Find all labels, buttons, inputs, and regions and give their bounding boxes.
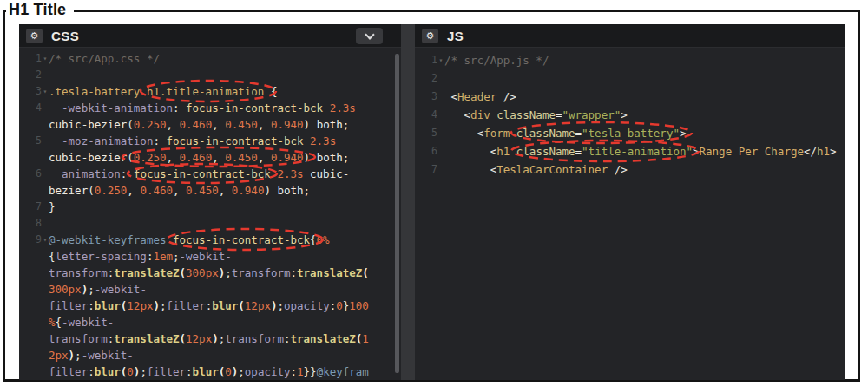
code-row[interactable]: 5 <form className="tesla-battery"> (415, 124, 845, 142)
code-token: cubic-bezier( (49, 118, 134, 131)
code-token: } (49, 200, 56, 213)
code-row[interactable]: 6 animation: focus-in-contract-bck 2.3s … (19, 166, 401, 182)
line-number: 4 (415, 106, 437, 124)
line-number: 4 (19, 100, 42, 116)
code-token: 0.450 (186, 184, 219, 197)
code-row[interactable]: cubic-bezier(0.250, 0.460, 0.450, 0.940)… (19, 116, 401, 133)
code-row[interactable]: 3 <Header /> (415, 88, 845, 106)
fold-arrow-icon[interactable]: ▾ (42, 232, 49, 248)
code-token: /* src/App.js */ (444, 54, 549, 67)
code-token: 0.450 (225, 118, 258, 131)
line-number (19, 347, 42, 363)
line-number: 2 (415, 69, 437, 88)
code-token: , (127, 184, 140, 197)
code-row[interactable]: 2px);-webkit- (19, 347, 401, 363)
fold-arrow-icon[interactable]: ▾ (42, 50, 49, 67)
code-token: 2.3s (323, 101, 356, 114)
fold-arrow-icon[interactable]: ▾ (42, 83, 49, 100)
code-token: bezier( (49, 184, 95, 197)
fold-spacer (42, 133, 49, 149)
code-row[interactable]: 300px);-webkit- (19, 281, 401, 298)
fold-spacer (42, 248, 49, 265)
code-token: : (291, 365, 298, 378)
line-number: 6 (19, 166, 42, 182)
code-token: opacity (245, 365, 291, 378)
code-token: Header (457, 90, 496, 103)
code-line: <form className="tesla-battery"> (444, 124, 686, 142)
code-line: filter:blur(0);filter:blur(0);opacity:1}… (49, 363, 369, 380)
code-row[interactable]: 8 (19, 215, 401, 232)
code-token: , (219, 184, 232, 197)
code-row[interactable]: 7} (19, 199, 401, 215)
fold-spacer (42, 116, 49, 133)
code-token: , (258, 118, 271, 131)
fold-spacer (42, 298, 49, 314)
code-token: "tesla-battery" (582, 127, 680, 140)
gear-icon[interactable]: ⚙ (422, 29, 438, 43)
code-token: ; (173, 250, 180, 263)
code-row[interactable]: 4 -webkit-animation: focus-in-contract-b… (19, 100, 401, 116)
code-row[interactable]: transform:translateZ(12px);transform:tra… (19, 330, 401, 347)
code-token: ; (225, 266, 232, 279)
code-token: 12px (127, 299, 153, 312)
code-token: transform (49, 266, 108, 279)
code-token: "wrapper" (562, 108, 621, 121)
code-row[interactable]: 5 -moz-animation: focus-in-contract-bck … (19, 133, 401, 149)
code-row[interactable]: transform:translateZ(300px);transform:tr… (19, 265, 401, 281)
code-token (510, 145, 516, 158)
code-token: -webkit- (180, 250, 232, 263)
code-token: translateZ (291, 332, 356, 345)
line-number: 9 (19, 232, 42, 248)
js-code-area[interactable]: 1▾/* src/App.js */23 <Header />4 <div cl… (415, 48, 845, 380)
code-token: : (284, 332, 291, 345)
fold-spacer (437, 160, 444, 179)
code-token: h1 (496, 145, 510, 158)
line-number (19, 314, 42, 330)
code-token: ; (75, 349, 82, 362)
code-row[interactable]: {letter-spacing:1em;-webkit- (19, 248, 401, 265)
code-line: <h1 className="title-animation">Range Pe… (444, 142, 837, 160)
code-token: : (121, 167, 134, 180)
line-number (19, 330, 42, 347)
code-row[interactable]: filter:blur(0);filter:blur(0);opacity:1}… (19, 363, 401, 380)
css-code-area[interactable]: 1▾/* src/App.css */23▾.tesla-battery h1.… (19, 48, 401, 380)
panel-resizer[interactable] (401, 24, 415, 380)
code-row[interactable]: 4 <div className="wrapper"> (415, 106, 845, 124)
code-token: < (444, 127, 483, 140)
code-line: {letter-spacing:1em;-webkit- (49, 248, 232, 265)
line-number (19, 248, 42, 265)
code-token: > (830, 145, 837, 158)
code-token: div (470, 108, 490, 121)
code-token: , (258, 151, 271, 164)
code-token: .tesla-battery h1.title-animation (49, 85, 264, 98)
code-row[interactable]: 2 (19, 67, 401, 83)
css-scrollbar[interactable] (395, 54, 399, 373)
code-line: 300px);-webkit- (49, 281, 147, 298)
line-number (19, 116, 42, 133)
code-token: 2px (49, 349, 69, 362)
code-row[interactable]: 6 <h1 className="title-animation">Range … (415, 142, 845, 160)
code-token: ( (238, 299, 245, 312)
fold-arrow-icon[interactable]: ▾ (437, 51, 444, 69)
code-row[interactable]: 3▾.tesla-battery h1.title-animation { (19, 83, 401, 100)
code-row[interactable]: bezier(0.250, 0.460, 0.450, 0.940) both; (19, 182, 401, 199)
code-row[interactable]: 2 (415, 69, 845, 88)
code-token: { (310, 233, 317, 246)
code-token: = (575, 145, 582, 158)
code-row[interactable]: filter:blur(12px);filter:blur(12px);opac… (19, 298, 401, 314)
code-row[interactable]: %{-webkit- (19, 314, 401, 330)
code-row[interactable]: 1▾/* src/App.css */ (19, 50, 401, 67)
code-row[interactable]: cubic-bezier(0.250, 0.460, 0.450, 0.940)… (19, 149, 401, 166)
gear-icon[interactable]: ⚙ (26, 29, 43, 43)
code-row[interactable]: 1▾/* src/App.js */ (415, 51, 845, 69)
chevron-down-icon[interactable] (356, 28, 383, 44)
fold-spacer (42, 265, 49, 281)
fold-spacer (437, 124, 444, 142)
code-row[interactable]: 7 <TeslaCarContainer /> (415, 160, 845, 179)
code-token: 0.460 (180, 151, 213, 164)
code-line: -moz-animation: focus-in-contract-bck 2.… (49, 133, 336, 149)
code-row[interactable]: 9▾@-webkit-keyframes focus-in-contract-b… (19, 232, 401, 248)
code-token: -webkit- (95, 283, 147, 296)
code-token: className (496, 108, 556, 121)
code-token: filter (49, 365, 88, 378)
